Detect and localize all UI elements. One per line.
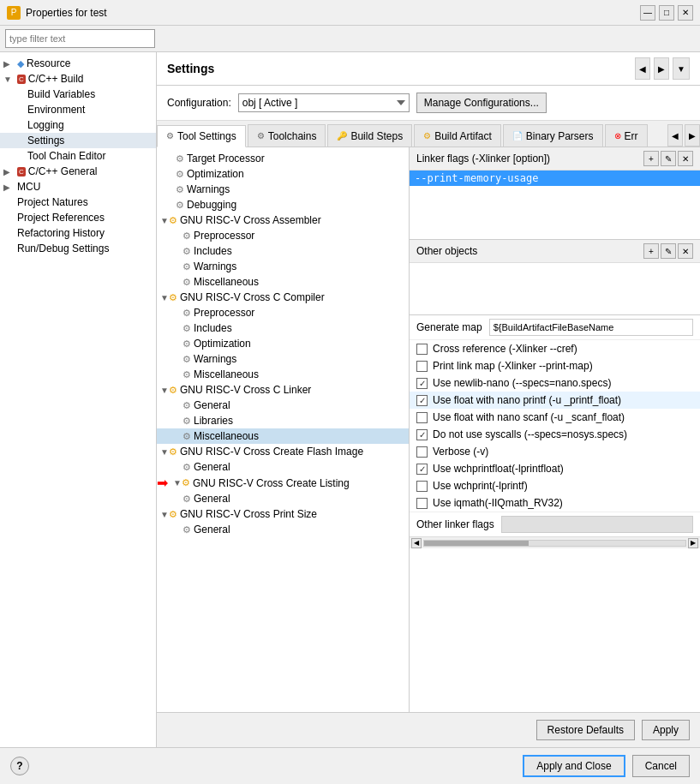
horizontal-scrollbar[interactable]: ◀ ▶: [410, 536, 700, 548]
checkbox-use-newlib-nano: Use newlib-nano (--specs=nano.specs): [410, 374, 700, 392]
tool-tree-gnu-c-compiler[interactable]: ▼ ⚙ GNU RISC-V Cross C Compiler: [157, 290, 409, 305]
tool-tree-gnu-listing[interactable]: ▼ ⚙ GNU RISC-V Cross Create Listing: [170, 476, 409, 491]
sidebar-item-mcu[interactable]: ▶ MCU: [0, 179, 156, 195]
tool-tree-optimization[interactable]: ⚙ Optimization: [157, 166, 409, 182]
tool-tree-linker-general[interactable]: ⚙ General: [157, 398, 409, 413]
sidebar-item-cpp-general[interactable]: ▶ C C/C++ General: [0, 164, 156, 179]
tool-tree-print-general[interactable]: ⚙ General: [157, 522, 409, 537]
sidebar-item-tool-chain-editor[interactable]: ▶ Tool Chain Editor: [0, 148, 156, 164]
tool-tree-asm-preprocessor[interactable]: ⚙ Preprocessor: [157, 228, 409, 243]
apply-button[interactable]: Apply: [642, 720, 690, 740]
other-objects-section: Other objects + ✎ ✕: [410, 240, 700, 315]
tree-item-label: Miscellaneous: [194, 276, 259, 288]
other-linker-flags-input[interactable]: [501, 516, 693, 533]
flag-item[interactable]: --print-memory-usage: [410, 171, 700, 186]
tab-toolchains[interactable]: ⚙ Toolchains: [248, 124, 326, 147]
maximize-button[interactable]: □: [659, 5, 674, 21]
tool-tree-warnings[interactable]: ⚙ Warnings: [157, 182, 409, 197]
use-wchprintfloat-checkbox[interactable]: [416, 464, 428, 475]
nav-dropdown-button[interactable]: ▼: [673, 57, 690, 80]
tool-tree-cc-misc[interactable]: ⚙ Miscellaneous: [157, 367, 409, 382]
tool-tree-asm-misc[interactable]: ⚙ Miscellaneous: [157, 274, 409, 290]
left-nav-panel: ▶ ◆ Resource ▼ C C/C++ Build ▶ Build Var…: [0, 52, 157, 747]
scroll-right-button[interactable]: ▶: [688, 538, 698, 548]
tool-tree-cc-preprocessor[interactable]: ⚙ Preprocessor: [157, 305, 409, 320]
tool-tree-listing-general[interactable]: ⚙ General: [157, 491, 409, 506]
tree-item-label: Miscellaneous: [194, 430, 259, 442]
config-select[interactable]: obj [ Active ]: [238, 93, 410, 112]
tool-tree-linker-libraries[interactable]: ⚙ Libraries: [157, 413, 409, 428]
sidebar-item-run-debug[interactable]: ▶ Run/Debug Settings: [0, 241, 156, 256]
app-icon: P: [7, 6, 21, 20]
help-button[interactable]: ?: [10, 757, 29, 775]
apply-and-close-button[interactable]: Apply and Close: [523, 755, 625, 777]
use-float-printf-checkbox[interactable]: [416, 395, 428, 406]
right-panel: Settings ◀ ▶ ▼ Configuration: obj [ Acti…: [157, 52, 700, 747]
sidebar-item-environment[interactable]: ▶ Environment: [0, 102, 156, 117]
tool-tree-asm-includes[interactable]: ⚙ Includes: [157, 243, 409, 259]
edit-flag-button[interactable]: ✎: [661, 151, 676, 166]
tool-tree-asm-warnings[interactable]: ⚙ Warnings: [157, 259, 409, 274]
tab-tool-settings[interactable]: ⚙ Tool Settings: [157, 125, 246, 147]
sidebar-item-settings[interactable]: ▶ Settings: [0, 133, 156, 148]
sidebar-item-logging[interactable]: ▶ Logging: [0, 117, 156, 133]
tool-tree-cc-includes[interactable]: ⚙ Includes: [157, 320, 409, 336]
no-syscalls-checkbox[interactable]: [416, 429, 428, 440]
settings-title: Settings: [167, 62, 214, 75]
sidebar-item-cpp-build[interactable]: ▼ C C/C++ Build: [0, 71, 156, 87]
nav-back-button[interactable]: ◀: [635, 57, 650, 80]
verbose-checkbox[interactable]: [416, 446, 428, 458]
sidebar-item-build-variables[interactable]: ▶ Build Variables: [0, 87, 156, 102]
sidebar-item-resource[interactable]: ▶ ◆ Resource: [0, 56, 156, 71]
minimize-button[interactable]: —: [640, 5, 655, 21]
tool-tree-cc-optimization[interactable]: ⚙ Optimization: [157, 336, 409, 351]
tool-tree-gnu-c-linker[interactable]: ▼ ⚙ GNU RISC-V Cross C Linker: [157, 382, 409, 398]
config-row: Configuration: obj [ Active ] Manage Con…: [157, 86, 700, 121]
use-float-scanf-checkbox[interactable]: [416, 412, 428, 423]
print-link-map-checkbox[interactable]: [416, 361, 428, 372]
tool-tree-gnu-assembler[interactable]: ▼ ⚙ GNU RISC-V Cross Assembler: [157, 212, 409, 228]
restore-defaults-button[interactable]: Restore Defaults: [536, 720, 635, 740]
expand-arrow: ▼: [3, 75, 14, 84]
tool-tree-gnu-flash[interactable]: ▼ ⚙ GNU RISC-V Cross Create Flash Image: [157, 444, 409, 459]
checkbox-no-syscalls: Do not use syscalls (--specs=nosys.specs…: [410, 426, 700, 443]
tab-build-steps[interactable]: 🔑 Build Steps: [327, 124, 412, 147]
cancel-button[interactable]: Cancel: [632, 755, 690, 777]
scroll-left-button[interactable]: ◀: [411, 538, 422, 548]
tree-item-label: GNU RISC-V Cross C Compiler: [180, 291, 325, 303]
add-flag-button[interactable]: +: [643, 151, 659, 166]
manage-configurations-button[interactable]: Manage Configurations...: [416, 93, 547, 113]
tool-tree-debugging[interactable]: ⚙ Debugging: [157, 197, 409, 212]
tab-err[interactable]: ⊗ Err: [605, 124, 648, 147]
gear-icon: ⚙: [182, 400, 191, 411]
tool-tree-flash-general[interactable]: ⚙ General: [157, 459, 409, 475]
scroll-track[interactable]: [423, 540, 686, 547]
use-wchprint-checkbox[interactable]: [416, 481, 428, 492]
scroll-thumb[interactable]: [424, 541, 529, 546]
remove-flag-button[interactable]: ✕: [678, 151, 693, 166]
sidebar-item-project-references[interactable]: ▶ Project References: [0, 210, 156, 225]
tool-tree-target-processor[interactable]: ⚙ Target Processor: [157, 151, 409, 166]
remove-object-button[interactable]: ✕: [678, 243, 693, 259]
sidebar-item-label: Settings: [27, 135, 64, 147]
tool-tree-gnu-print[interactable]: ▼ ⚙ GNU RISC-V Cross Print Size: [157, 506, 409, 522]
tool-tree-cc-warnings[interactable]: ⚙ Warnings: [157, 351, 409, 367]
sidebar-item-label: Logging: [27, 119, 64, 131]
tab-build-artifact[interactable]: ⚙ Build Artifact: [414, 124, 501, 147]
use-iqmath-checkbox[interactable]: [416, 498, 428, 509]
nav-forward-button[interactable]: ▶: [654, 57, 669, 80]
tool-tree-linker-misc[interactable]: ⚙ Miscellaneous: [157, 428, 409, 444]
edit-object-button[interactable]: ✎: [661, 243, 676, 259]
close-button[interactable]: ✕: [678, 5, 693, 21]
use-newlib-nano-checkbox[interactable]: [416, 378, 428, 389]
sidebar-item-label: Environment: [27, 104, 85, 116]
tab-binary-parsers[interactable]: 📄 Binary Parsers: [503, 124, 603, 147]
generate-map-input[interactable]: [489, 319, 693, 336]
filter-input[interactable]: [5, 29, 155, 48]
sidebar-item-refactoring-history[interactable]: ▶ Refactoring History: [0, 225, 156, 241]
sidebar-item-project-natures[interactable]: ▶ Project Natures: [0, 195, 156, 210]
tabs-scroll-right[interactable]: ▶: [685, 124, 700, 147]
add-object-button[interactable]: +: [643, 243, 659, 259]
tabs-scroll-left[interactable]: ◀: [667, 124, 683, 147]
cross-ref-checkbox[interactable]: [416, 344, 428, 355]
